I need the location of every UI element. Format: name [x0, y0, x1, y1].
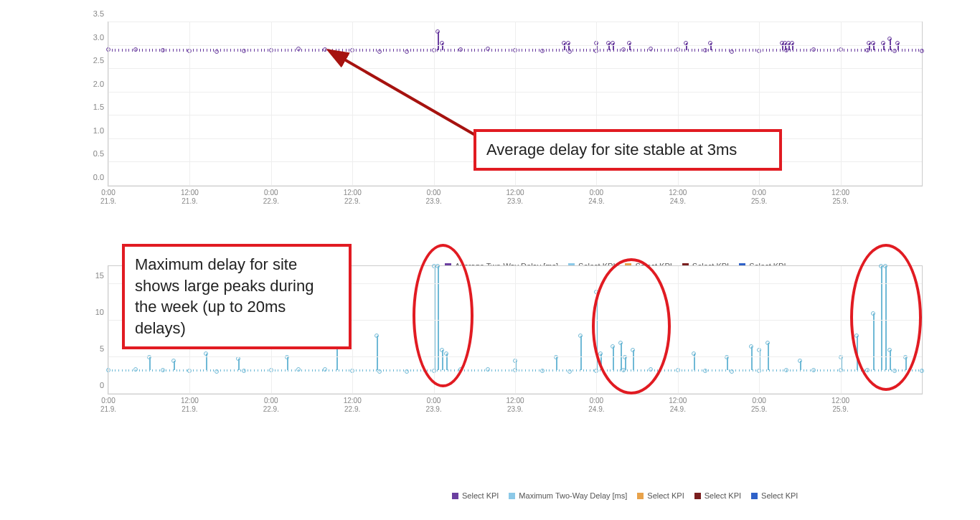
x-tick: 0:0021.9. — [90, 397, 126, 414]
annotation-top: Average delay for site stable at 3ms — [473, 129, 782, 171]
y-tick: 2.0 — [93, 80, 104, 88]
chart-top: 0.00.51.01.52.02.53.03.50:0021.9.12:0021… — [86, 14, 923, 215]
legend-label: Maximum Two-Way Delay [ms] — [519, 491, 627, 500]
x-tick: 0:0023.9. — [416, 397, 452, 414]
y-tick: 0 — [100, 381, 104, 389]
x-tick: 12:0021.9. — [171, 189, 207, 206]
x-tick: 12:0022.9. — [334, 189, 370, 206]
legend-item: Select KPI — [751, 491, 798, 500]
x-tick: 0:0021.9. — [90, 189, 126, 206]
y-tick: 1.5 — [93, 103, 104, 111]
x-tick: 12:0024.9. — [660, 397, 696, 414]
x-tick: 0:0023.9. — [416, 189, 452, 206]
x-tick: 12:0022.9. — [334, 397, 370, 414]
legend-item: Maximum Two-Way Delay [ms] — [509, 491, 627, 500]
y-tick: 1.0 — [93, 126, 104, 135]
annotation-bottom: Maximum delay for site shows large peaks… — [122, 244, 352, 349]
legend-swatch — [509, 493, 515, 499]
y-tick: 0.0 — [93, 173, 104, 181]
x-tick: 12:0021.9. — [171, 397, 207, 414]
legend-bottom: Select KPIMaximum Two-Way Delay [ms]Sele… — [452, 491, 798, 500]
legend-label: Select KPI — [705, 491, 741, 500]
x-tick: 0:0024.9. — [578, 189, 614, 206]
y-tick: 10 — [95, 308, 104, 316]
y-tick: 0.5 — [93, 149, 104, 158]
chart-bottom: 0510150:0021.9.12:0021.9.0:0022.9.12:002… — [86, 258, 923, 423]
annotation-bottom-text: Maximum delay for site shows large peaks… — [135, 255, 314, 337]
legend-label: Select KPI — [761, 491, 798, 500]
legend-label: Select KPI — [462, 491, 499, 500]
legend-label: Select KPI — [647, 491, 684, 500]
x-tick: 12:0025.9. — [823, 397, 859, 414]
y-tick: 15 — [95, 271, 104, 280]
y-tick: 2.5 — [93, 56, 104, 65]
legend-item: Select KPI — [694, 491, 741, 500]
x-tick: 0:0022.9. — [253, 189, 289, 206]
legend-swatch — [751, 493, 758, 499]
legend-swatch — [452, 493, 458, 499]
x-tick: 12:0024.9. — [660, 189, 696, 206]
x-tick: 0:0024.9. — [578, 397, 614, 414]
y-tick: 3.0 — [93, 33, 104, 42]
legend-item: Select KPI — [637, 491, 684, 500]
page: 0.00.51.01.52.02.53.03.50:0021.9.12:0021… — [0, 0, 980, 520]
legend-item: Select KPI — [452, 491, 499, 500]
x-tick: 12:0023.9. — [497, 189, 533, 206]
legend-swatch — [694, 493, 701, 499]
y-tick: 5 — [100, 344, 104, 353]
legend-swatch — [637, 493, 644, 499]
annotation-top-text: Average delay for site stable at 3ms — [486, 141, 737, 159]
x-tick: 0:0025.9. — [741, 189, 777, 206]
x-tick: 12:0023.9. — [497, 397, 533, 414]
x-tick: 12:0025.9. — [823, 189, 859, 206]
x-tick: 0:0022.9. — [253, 397, 289, 414]
y-tick: 3.5 — [93, 9, 104, 18]
x-tick: 0:0025.9. — [741, 397, 777, 414]
